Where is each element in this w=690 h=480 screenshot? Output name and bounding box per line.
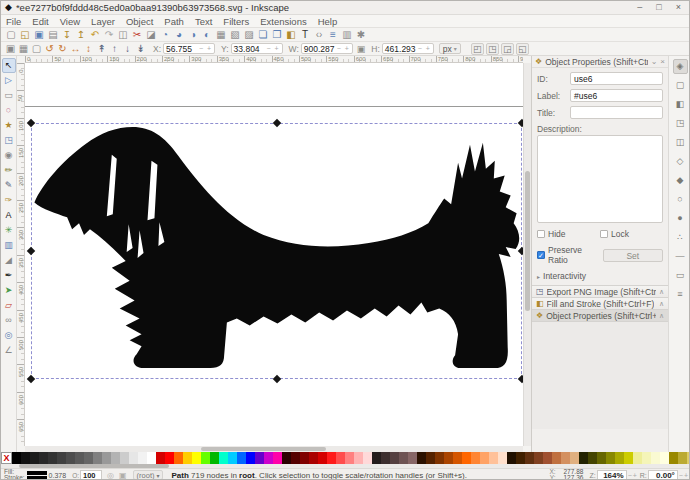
- tool-tweak[interactable]: ➤: [2, 283, 16, 298]
- tool-text[interactable]: A: [2, 208, 16, 223]
- color-swatch[interactable]: [39, 452, 48, 464]
- layer-visibility-icon[interactable]: ◎: [107, 471, 114, 480]
- description-textarea[interactable]: [537, 135, 663, 223]
- transform-gradient-toggle[interactable]: ◲: [501, 43, 514, 55]
- color-swatch[interactable]: [642, 452, 651, 464]
- color-swatch[interactable]: [12, 452, 21, 464]
- lock-checkbox[interactable]: [600, 230, 608, 238]
- hide-checkbox[interactable]: [537, 230, 545, 238]
- tool-eraser[interactable]: ▱: [2, 298, 16, 313]
- canvas[interactable]: [25, 63, 523, 446]
- color-swatch[interactable]: [111, 452, 120, 464]
- snap-nodes-icon[interactable]: ◆: [673, 173, 688, 188]
- tool-pen[interactable]: ✎: [2, 178, 16, 193]
- x-field[interactable]: 56.755− +: [163, 43, 215, 54]
- close-button[interactable]: ×: [676, 3, 681, 12]
- color-swatch[interactable]: [120, 452, 129, 464]
- color-swatch[interactable]: [354, 452, 363, 464]
- raise-icon[interactable]: ↑: [108, 42, 121, 55]
- color-swatch[interactable]: [498, 452, 507, 464]
- color-swatch[interactable]: [336, 452, 345, 464]
- color-swatch[interactable]: [363, 452, 372, 464]
- color-swatch[interactable]: [66, 452, 75, 464]
- title-input[interactable]: [570, 106, 663, 119]
- fill-swatch[interactable]: [27, 471, 47, 475]
- menu-item[interactable]: Text: [195, 16, 212, 27]
- color-swatch[interactable]: [300, 452, 309, 464]
- horizontal-ruler[interactable]: 0501001502002503003504004505005506006507…: [25, 56, 523, 63]
- color-swatch[interactable]: [345, 452, 354, 464]
- color-swatch[interactable]: [525, 452, 534, 464]
- color-swatch[interactable]: [192, 452, 201, 464]
- color-swatch[interactable]: [552, 452, 561, 464]
- color-swatch[interactable]: [516, 452, 525, 464]
- color-swatch[interactable]: [390, 452, 399, 464]
- tool-connector[interactable]: ∞: [2, 313, 16, 328]
- color-swatch[interactable]: [147, 452, 156, 464]
- transform-corners-toggle[interactable]: ◳: [486, 43, 499, 55]
- align-dialog-icon[interactable]: ≡: [326, 28, 340, 41]
- tool-dropper[interactable]: ✒: [2, 268, 16, 283]
- color-swatch[interactable]: [435, 452, 444, 464]
- color-swatch[interactable]: [417, 452, 426, 464]
- id-input[interactable]: use6: [570, 72, 663, 85]
- text-dialog-icon[interactable]: T: [298, 28, 312, 41]
- y-field[interactable]: 33.804− +: [231, 43, 283, 54]
- vertical-scrollbar-thumb[interactable]: [525, 171, 530, 311]
- xml-editor-icon[interactable]: ‹›: [312, 28, 326, 41]
- color-swatch[interactable]: [606, 452, 615, 464]
- zoom-field[interactable]: 164%: [597, 470, 627, 480]
- color-swatch[interactable]: [156, 452, 165, 464]
- raise-to-top-icon[interactable]: ↟: [95, 42, 108, 55]
- color-swatch[interactable]: [624, 452, 633, 464]
- new-document-icon[interactable]: ▢: [4, 28, 18, 41]
- ungroup-icon[interactable]: ❐: [270, 28, 284, 41]
- transform-stroke-toggle[interactable]: ◰: [471, 43, 484, 55]
- flip-horizontal-icon[interactable]: ↔: [69, 42, 82, 55]
- zoom-drawing-icon[interactable]: ◔: [158, 28, 172, 41]
- panel-close-icon[interactable]: ×: [660, 57, 665, 66]
- color-swatch[interactable]: [102, 452, 111, 464]
- copy-icon[interactable]: ◫: [116, 28, 130, 41]
- color-swatch[interactable]: [264, 452, 273, 464]
- label-input[interactable]: #use6: [570, 89, 663, 102]
- tool-spiral[interactable]: ◉: [2, 148, 16, 163]
- tool-zoom[interactable]: ◎: [2, 328, 16, 343]
- color-swatch[interactable]: [426, 452, 435, 464]
- color-swatch[interactable]: [480, 452, 489, 464]
- tool-calligraphy[interactable]: ✑: [2, 193, 16, 208]
- snap-others-icon[interactable]: ▭: [673, 268, 688, 283]
- layer-dropdown[interactable]: (root) ▾: [133, 470, 164, 480]
- layer-lock-icon[interactable]: ▣: [119, 471, 127, 480]
- color-swatch[interactable]: [381, 452, 390, 464]
- vertical-ruler[interactable]: 050100150200250300350400450500550600650: [17, 63, 25, 446]
- color-swatch[interactable]: [399, 452, 408, 464]
- color-swatch[interactable]: [615, 452, 624, 464]
- collapse-chevron-icon[interactable]: ∧: [659, 300, 664, 308]
- lower-to-bottom-icon[interactable]: ↡: [134, 42, 147, 55]
- snap-bbox-corners-icon[interactable]: ◳: [673, 116, 688, 131]
- cut-icon[interactable]: ✂: [130, 28, 144, 41]
- tool-bucket-fill[interactable]: ◢: [2, 253, 16, 268]
- tool-rectangle[interactable]: ▭: [2, 88, 16, 103]
- tool-star[interactable]: ★: [2, 118, 16, 133]
- color-swatch[interactable]: [174, 452, 183, 464]
- interactivity-expander[interactable]: ▸ Interactivity: [537, 271, 663, 281]
- collapse-chevron-icon[interactable]: ∧: [659, 288, 664, 296]
- snap-bbox-edge-midpoints-icon[interactable]: ◫: [673, 135, 688, 150]
- document-properties-icon[interactable]: ▥: [340, 28, 354, 41]
- zoom-selection-icon[interactable]: ◕: [172, 28, 186, 41]
- snap-enable-icon[interactable]: ◈: [673, 59, 688, 74]
- color-swatch[interactable]: [678, 452, 687, 464]
- menu-item[interactable]: Path: [164, 16, 184, 27]
- color-swatch[interactable]: [597, 452, 606, 464]
- color-swatch[interactable]: [219, 452, 228, 464]
- color-swatch[interactable]: [372, 452, 381, 464]
- tool-pencil[interactable]: ✏: [2, 163, 16, 178]
- color-swatch[interactable]: [93, 452, 102, 464]
- undo-icon[interactable]: ↶: [88, 28, 102, 41]
- color-swatch[interactable]: [318, 452, 327, 464]
- color-swatch[interactable]: [327, 452, 336, 464]
- color-swatch[interactable]: [48, 452, 57, 464]
- tool-gradient[interactable]: ▥: [2, 238, 16, 253]
